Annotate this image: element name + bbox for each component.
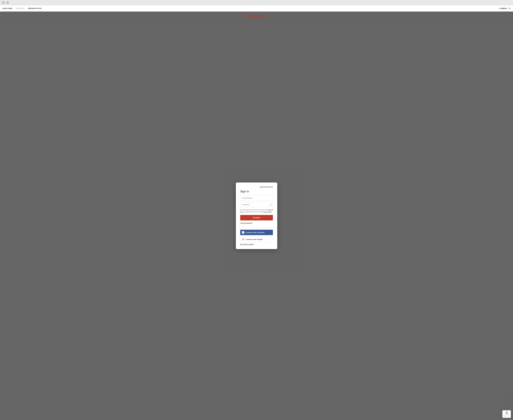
signin-title: Sign In (240, 190, 273, 193)
facebook-signin-button[interactable]: f Continue with Facebook (240, 230, 273, 235)
modal-overlay: Create Kobo account Sign In ◎ By continu… (0, 12, 513, 420)
browser-chrome: ‹ › (0, 0, 513, 5)
facebook-icon: f (242, 231, 244, 234)
user-icon: ⊙ (499, 8, 500, 9)
forgot-password-link[interactable]: Forgot Password? (240, 222, 273, 224)
nav-my-books[interactable]: MY BOOKS (16, 8, 24, 9)
sign-in-label: SIGN IN (501, 8, 507, 9)
toggle-password-icon[interactable]: ◎ (270, 203, 271, 206)
terms-text: By continuing you confirm that you agree… (240, 209, 273, 213)
google-icon (242, 238, 244, 240)
main-area: SHOP KOBO MY BOOKS EREADER SETUP ⊙ SIGN … (0, 5, 513, 420)
nav-shop-kobo[interactable]: SHOP KOBO (3, 8, 12, 9)
kobo-navbar: SHOP KOBO MY BOOKS EREADER SETUP ⊙ SIGN … (0, 5, 513, 12)
nav-ereader-setup[interactable]: EREADER SETUP (28, 8, 42, 9)
recaptcha-links: Privacy - Terms (504, 416, 510, 417)
more-signin-options-link[interactable]: More sign-in options (240, 243, 273, 245)
divider: or (240, 226, 273, 228)
divider-or-text: or (256, 226, 257, 228)
nav-right: ⊙ SIGN IN ⚙ (499, 7, 510, 10)
google-signin-button[interactable]: Continue with Google (240, 236, 273, 242)
email-input[interactable] (240, 195, 273, 201)
facebook-btn-label: Continue with Facebook (246, 232, 264, 233)
recaptcha-badge: 🔄 reCAPTCHA Privacy - Terms (502, 410, 511, 418)
back-button[interactable]: ‹ (2, 1, 5, 4)
forward-button[interactable]: › (6, 1, 9, 4)
password-input[interactable] (240, 202, 273, 207)
recaptcha-logo: 🔄 (505, 411, 508, 414)
create-account-link[interactable]: Create Kobo account (240, 186, 273, 188)
password-wrapper: ◎ (240, 202, 273, 207)
recaptcha-label: reCAPTCHA (504, 414, 509, 415)
privacy-policy-link[interactable]: Privacy Policy (264, 211, 271, 213)
continue-button[interactable]: Continue (240, 215, 273, 220)
signin-modal: Create Kobo account Sign In ◎ By continu… (236, 182, 277, 249)
nav-links: SHOP KOBO MY BOOKS EREADER SETUP (3, 8, 42, 9)
nav-sign-in[interactable]: ⊙ SIGN IN (499, 8, 507, 9)
settings-icon[interactable]: ⚙ (508, 7, 510, 10)
google-btn-label: Continue with Google (246, 238, 263, 240)
background-content: Rakuten kobo Create Kobo account Sign In… (0, 12, 513, 420)
